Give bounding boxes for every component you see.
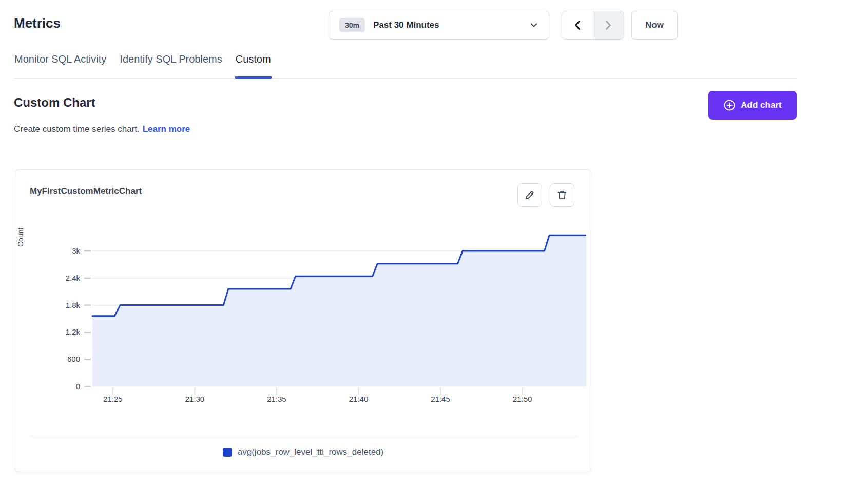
tab-monitor-sql-activity[interactable]: Monitor SQL Activity [14, 51, 107, 79]
svg-text:21:30: 21:30 [185, 395, 205, 403]
trash-icon [556, 189, 568, 201]
time-range-dropdown[interactable]: 30m Past 30 Minutes [329, 11, 549, 40]
card-divider [30, 436, 578, 436]
learn-more-link[interactable]: Learn more [143, 124, 190, 134]
svg-text:1.8k: 1.8k [66, 301, 81, 309]
trash-icon-button[interactable] [550, 183, 574, 207]
add-chart-label: Add chart [741, 100, 781, 110]
chevron-right-icon [603, 19, 613, 31]
time-range-label: Past 30 Minutes [373, 20, 529, 30]
section-subtitle: Create custom time series chart.Learn mo… [14, 124, 190, 134]
svg-text:21:50: 21:50 [513, 395, 532, 403]
pencil-icon [524, 189, 535, 201]
svg-text:21:40: 21:40 [349, 395, 369, 403]
svg-text:3k: 3k [72, 246, 80, 255]
svg-text:0: 0 [76, 382, 80, 391]
legend-label: avg(jobs_row_level_ttl_rows_deleted) [238, 447, 383, 457]
time-prev-button[interactable] [562, 11, 593, 39]
tab-identify-sql-problems[interactable]: Identify SQL Problems [119, 51, 222, 79]
chevron-left-icon [572, 19, 583, 31]
now-button[interactable]: Now [631, 11, 678, 40]
legend-swatch [223, 448, 232, 457]
page-title: Metrics [14, 15, 61, 31]
custom-chart-card: MyFirstCustomMetricChart Count 06001.2k1… [15, 169, 591, 472]
svg-text:21:35: 21:35 [267, 395, 286, 403]
add-chart-button[interactable]: Add chart [708, 91, 797, 120]
chart-plot-area[interactable]: 06001.2k1.8k2.4k3k21:2521:3021:3521:4021… [30, 216, 586, 409]
section-heading: Custom Chart [14, 95, 95, 110]
chart-title: MyFirstCustomMetricChart [30, 186, 142, 197]
svg-text:600: 600 [67, 355, 80, 363]
plus-circle-icon [723, 99, 736, 111]
time-next-button[interactable] [593, 11, 624, 39]
subtitle-text: Create custom time series chart. [14, 124, 140, 134]
svg-text:21:25: 21:25 [103, 395, 123, 403]
chart-legend: avg(jobs_row_level_ttl_rows_deleted) [15, 447, 591, 457]
svg-text:2.4k: 2.4k [66, 274, 81, 282]
tab-bar: Monitor SQL Activity Identify SQL Proble… [14, 51, 797, 79]
edit-chart-button[interactable] [517, 183, 542, 207]
time-range-badge: 30m [339, 18, 365, 32]
tab-custom[interactable]: Custom [235, 51, 272, 79]
chevron-down-icon [529, 21, 538, 30]
y-axis-title: Count [16, 228, 25, 247]
svg-text:1.2k: 1.2k [66, 327, 81, 336]
time-nav-group [562, 11, 624, 40]
svg-text:21:45: 21:45 [431, 395, 450, 403]
time-series-chart: 06001.2k1.8k2.4k3k21:2521:3021:3521:4021… [30, 216, 586, 409]
